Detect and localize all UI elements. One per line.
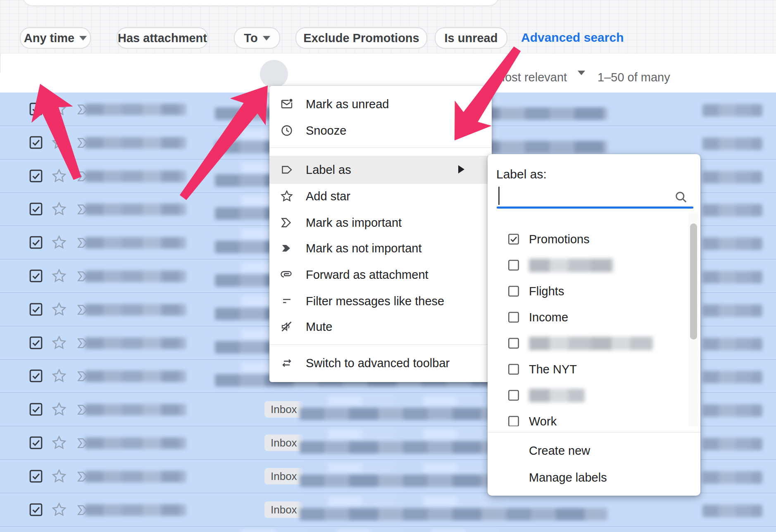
chip-label: Has attachment [118, 31, 207, 45]
menu-item-filter-messages[interactable]: Filter messages like these [269, 288, 492, 314]
inbox-badge: Inbox [264, 468, 303, 484]
row-checkbox[interactable] [29, 369, 43, 383]
star-icon [280, 190, 293, 203]
mark-unread-icon [280, 97, 293, 111]
row-checkbox[interactable] [29, 436, 43, 450]
date-blurred [702, 338, 762, 350]
sender-blurred [85, 104, 186, 115]
star-icon[interactable] [51, 135, 67, 150]
create-new-item[interactable]: Create new [529, 444, 590, 458]
label-option[interactable]: Promotions [488, 226, 700, 252]
label-option[interactable] [488, 252, 700, 278]
filter-chip-any-time[interactable]: Any time [20, 27, 91, 49]
star-icon[interactable] [51, 435, 67, 451]
date-blurred [702, 438, 762, 450]
row-checkbox[interactable] [29, 202, 43, 216]
manage-labels-item[interactable]: Manage labels [529, 471, 607, 484]
label-checkbox[interactable] [507, 311, 520, 323]
label-as-submenu: Label as: Promotions [488, 154, 700, 496]
row-checkbox[interactable] [29, 302, 43, 316]
menu-divider [269, 147, 492, 148]
label-option[interactable]: Flights [488, 278, 700, 304]
chevron-down-icon [79, 36, 87, 40]
star-icon[interactable] [51, 502, 67, 518]
menu-item-forward-attachment[interactable]: Forward as attachment [269, 261, 492, 288]
date-blurred [702, 238, 762, 250]
menu-item-mark-not-important[interactable]: Mark as not important [269, 235, 492, 261]
snippet-blurred [300, 396, 502, 406]
filter-chip-has-attachment[interactable]: Has attachment [117, 27, 208, 49]
menu-item-mark-as-unread[interactable]: Mark as unread [269, 91, 492, 117]
chip-label: Exclude Promotions [303, 31, 419, 45]
label-option[interactable]: Income [488, 304, 700, 330]
row-checkbox[interactable] [29, 102, 43, 116]
date-blurred [702, 204, 762, 216]
email-row[interactable]: Inbox [0, 493, 776, 527]
row-checkbox[interactable] [29, 336, 43, 350]
label-option[interactable] [488, 330, 700, 356]
star-icon[interactable] [51, 302, 67, 317]
sender-blurred [85, 437, 186, 449]
label-checkbox[interactable] [507, 285, 520, 297]
menu-item-label-as[interactable]: Label as [269, 156, 492, 184]
label-checkbox[interactable] [507, 389, 520, 401]
snooze-clock-icon [280, 124, 293, 137]
menu-item-snooze[interactable]: Snooze [269, 117, 492, 144]
label-option[interactable] [488, 382, 700, 408]
label-name-blurred [529, 337, 653, 350]
swap-arrows-icon [280, 356, 293, 370]
label-option[interactable]: The NYT [488, 356, 700, 382]
star-icon[interactable] [51, 268, 67, 284]
more-options-highlight [260, 60, 288, 88]
row-checkbox[interactable] [29, 135, 43, 150]
more-options-menu: Mark as unread Snooze Label as Add star [269, 86, 492, 382]
filter-icon [280, 294, 293, 308]
row-checkbox[interactable] [29, 235, 43, 249]
label-checkbox[interactable] [507, 259, 520, 271]
menu-item-mute[interactable]: Mute [269, 314, 492, 340]
filter-chip-is-unread[interactable]: Is unread [435, 27, 507, 49]
date-blurred [702, 371, 762, 383]
sort-caret-icon[interactable] [578, 75, 585, 83]
label-option[interactable]: Work [488, 408, 700, 427]
sender-blurred [85, 137, 186, 149]
star-icon[interactable] [51, 201, 67, 217]
row-checkbox[interactable] [29, 402, 43, 416]
label-name-blurred [529, 389, 585, 402]
menu-divider [269, 344, 492, 345]
star-icon[interactable] [51, 335, 67, 351]
label-checkbox[interactable] [507, 337, 520, 349]
star-icon[interactable] [51, 368, 67, 384]
paperclip-icon [280, 268, 293, 281]
snippet-blurred [213, 530, 502, 532]
label-checkbox[interactable] [507, 363, 520, 375]
star-icon[interactable] [51, 401, 67, 417]
menu-item-add-star[interactable]: Add star [269, 183, 492, 209]
chip-label: Any time [24, 31, 74, 45]
scrollbar-thumb[interactable] [690, 223, 697, 340]
menu-item-mark-important[interactable]: Mark as important [269, 209, 492, 236]
row-checkbox[interactable] [29, 503, 43, 517]
inbox-badge: Inbox [264, 401, 303, 418]
row-checkbox[interactable] [29, 269, 43, 283]
label-search-input[interactable] [497, 207, 693, 209]
subject-blurred [300, 508, 607, 520]
label-checkbox[interactable] [507, 415, 520, 427]
sender-blurred [85, 271, 186, 282]
email-row[interactable]: Inbox [0, 526, 776, 532]
star-icon[interactable] [51, 468, 67, 484]
label-name-blurred [529, 259, 614, 272]
star-icon[interactable] [51, 101, 67, 117]
advanced-search-link[interactable]: Advanced search [521, 31, 624, 45]
row-checkbox[interactable] [29, 169, 43, 183]
filter-chip-to[interactable]: To [234, 27, 280, 49]
sort-selector[interactable]: Most relevant [495, 71, 567, 84]
inbox-badge: Inbox [264, 435, 303, 451]
row-checkbox[interactable] [29, 469, 43, 483]
filter-chip-exclude-promotions[interactable]: Exclude Promotions [295, 27, 427, 49]
star-icon[interactable] [51, 168, 67, 184]
label-checkbox[interactable] [507, 233, 520, 245]
menu-item-switch-toolbar[interactable]: Switch to advanced toolbar [269, 350, 492, 376]
submenu-arrow-icon [458, 165, 464, 173]
star-icon[interactable] [51, 235, 67, 250]
